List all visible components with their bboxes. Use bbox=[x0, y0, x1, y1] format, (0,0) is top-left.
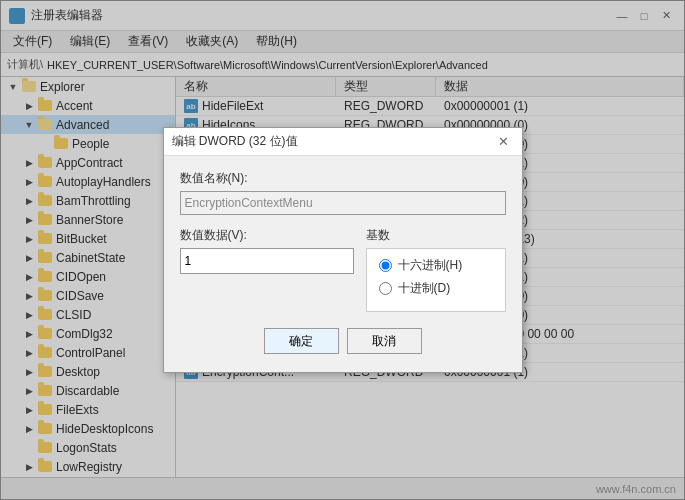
name-label: 数值名称(N): bbox=[180, 170, 506, 187]
modal-body: 数值名称(N): 数值数据(V): 基数 十六进制(H) bbox=[164, 156, 522, 372]
name-input[interactable] bbox=[180, 191, 506, 215]
data-label: 数值数据(V): bbox=[180, 227, 354, 244]
radio-dec[interactable]: 十进制(D) bbox=[379, 280, 493, 297]
edit-dword-dialog: 编辑 DWORD (32 位)值 ✕ 数值名称(N): 数值数据(V): 基数 bbox=[163, 127, 523, 373]
base-column: 基数 十六进制(H) 十进制(D) bbox=[366, 227, 506, 312]
cancel-button[interactable]: 取消 bbox=[347, 328, 422, 354]
data-input[interactable] bbox=[180, 248, 354, 274]
modal-overlay: 编辑 DWORD (32 位)值 ✕ 数值名称(N): 数值数据(V): 基数 bbox=[0, 0, 685, 500]
radio-hex-input[interactable] bbox=[379, 259, 392, 272]
modal-title-bar: 编辑 DWORD (32 位)值 ✕ bbox=[164, 128, 522, 156]
radio-dec-input[interactable] bbox=[379, 282, 392, 295]
modal-title: 编辑 DWORD (32 位)值 bbox=[172, 133, 298, 150]
radio-group: 十六进制(H) 十进制(D) bbox=[366, 248, 506, 312]
radio-hex-label: 十六进制(H) bbox=[398, 257, 463, 274]
data-column: 数值数据(V): bbox=[180, 227, 354, 312]
ok-button[interactable]: 确定 bbox=[264, 328, 339, 354]
base-label: 基数 bbox=[366, 227, 506, 244]
name-group: 数值名称(N): bbox=[180, 170, 506, 215]
radio-hex[interactable]: 十六进制(H) bbox=[379, 257, 493, 274]
data-base-row: 数值数据(V): 基数 十六进制(H) 十进制(D) bbox=[180, 227, 506, 312]
modal-close-button[interactable]: ✕ bbox=[494, 132, 514, 152]
modal-buttons: 确定 取消 bbox=[180, 328, 506, 358]
radio-dec-label: 十进制(D) bbox=[398, 280, 451, 297]
